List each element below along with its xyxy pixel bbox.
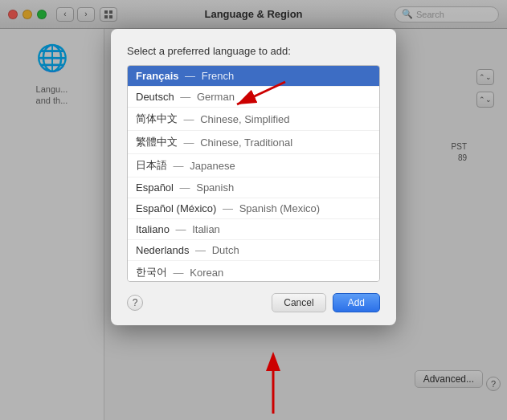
lang-english: Italian xyxy=(192,223,220,235)
lang-list-item[interactable]: 日本語 — Japanese xyxy=(128,154,379,177)
lang-native: 한국어 xyxy=(136,265,167,279)
lang-list-item[interactable]: 简体中文 — Chinese, Simplified xyxy=(128,108,379,131)
add-button[interactable]: Add xyxy=(333,293,380,312)
lang-separator: — xyxy=(182,70,198,82)
lang-separator: — xyxy=(173,223,189,235)
lang-native: Nederlands xyxy=(136,244,190,256)
lang-separator: — xyxy=(177,181,193,194)
cancel-button[interactable]: Cancel xyxy=(272,293,325,312)
lang-native: 繁體中文 xyxy=(136,135,178,149)
lang-english: Spanish (Mexico) xyxy=(239,202,320,214)
modal-title: Select a preferred language to add: xyxy=(127,45,380,57)
lang-list-item[interactable]: Deutsch — German xyxy=(128,87,379,108)
lang-native: Deutsch xyxy=(136,91,174,103)
lang-separator: — xyxy=(193,244,209,256)
language-list[interactable]: Français — FrenchDeutsch — German简体中文 — … xyxy=(127,65,380,282)
lang-english: French xyxy=(202,70,234,82)
lang-separator: — xyxy=(178,91,194,103)
lang-english: Chinese, Simplified xyxy=(200,113,289,125)
language-picker-modal: Select a preferred language to add: Fran… xyxy=(111,29,396,325)
lang-native: Español xyxy=(136,181,174,194)
lang-separator: — xyxy=(181,137,197,149)
lang-separator: — xyxy=(181,113,197,125)
lang-list-item[interactable]: Nederlands — Dutch xyxy=(128,240,379,261)
lang-separator: — xyxy=(170,267,186,279)
lang-native: Français xyxy=(136,70,178,82)
lang-english: Japanese xyxy=(190,160,235,172)
lang-english: Korean xyxy=(190,267,223,279)
lang-separator: — xyxy=(170,160,186,172)
lang-list-item[interactable]: 繁體中文 — Chinese, Traditional xyxy=(128,131,379,154)
lang-native: Italiano xyxy=(136,223,170,235)
lang-list-item[interactable]: Français — French xyxy=(128,66,379,87)
lang-english: German xyxy=(197,91,235,103)
modal-help-button[interactable]: ? xyxy=(127,295,143,311)
lang-list-item[interactable]: Español (México) — Spanish (Mexico) xyxy=(128,198,379,219)
modal-footer-buttons: Cancel Add xyxy=(272,293,380,312)
lang-list-item[interactable]: Italiano — Italian xyxy=(128,219,379,240)
lang-english: Spanish xyxy=(196,181,234,194)
lang-english: Dutch xyxy=(212,244,239,256)
lang-native: 日本語 xyxy=(136,158,167,173)
modal-overlay: Select a preferred language to add: Fran… xyxy=(0,0,507,420)
lang-separator: — xyxy=(219,202,235,214)
modal-footer: ? Cancel Add xyxy=(127,293,380,312)
lang-list-item[interactable]: 한국어 — Korean xyxy=(128,261,379,282)
lang-native: 简体中文 xyxy=(136,112,178,126)
lang-english: Chinese, Traditional xyxy=(200,137,292,149)
lang-list-item[interactable]: Español — Spanish xyxy=(128,177,379,198)
lang-native: Español (México) xyxy=(136,202,216,214)
